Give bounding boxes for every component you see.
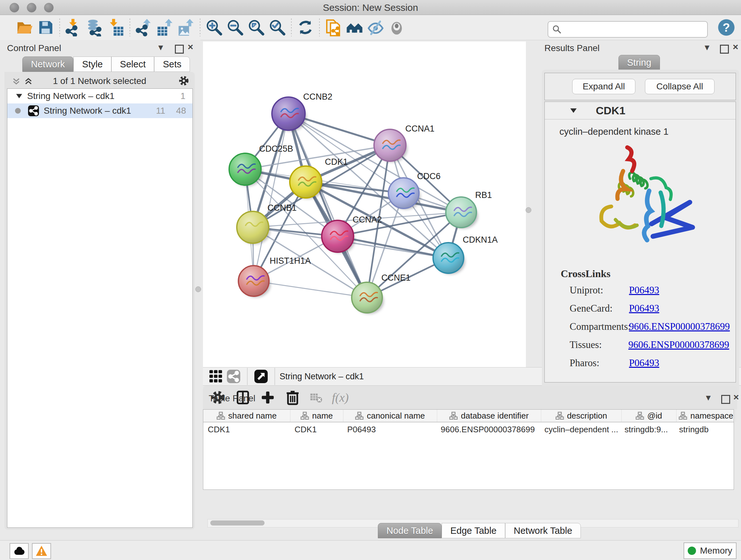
column-header--id[interactable]: @id <box>622 410 677 422</box>
search-input[interactable] <box>564 24 707 35</box>
grid-view-icon[interactable] <box>209 369 223 383</box>
open-session-button[interactable] <box>14 17 35 38</box>
crosslink-link[interactable]: P06493 <box>629 357 659 369</box>
birdseye-toggle-icon[interactable] <box>254 369 268 383</box>
string-import-button[interactable] <box>323 17 344 38</box>
tab-network-table[interactable]: Network Table <box>505 523 581 538</box>
node-label-CCNE1: CCNE1 <box>381 273 411 283</box>
node-HIST1H1A[interactable]: HIST1H1A <box>239 256 311 297</box>
scrollbar-thumb[interactable] <box>210 520 265 525</box>
eye-toggle-button[interactable] <box>386 17 407 38</box>
cell-shared-name[interactable]: CDK1 <box>203 425 290 435</box>
crosslink-link[interactable]: 9606.ENSP00000378699 <box>629 321 730 332</box>
function-builder-icon[interactable]: f(x) <box>332 390 349 405</box>
refresh-button[interactable] <box>295 17 316 38</box>
tab-edge-table[interactable]: Edge Table <box>442 523 505 538</box>
cloud-status-button[interactable] <box>10 543 29 559</box>
string-home-button[interactable] <box>344 17 365 38</box>
tab-string[interactable]: String <box>618 55 660 70</box>
network-row[interactable]: String Network – cdk1 11 48 <box>7 104 192 118</box>
cell-database-identifier[interactable]: 9606.ENSP00000378699 <box>436 425 540 435</box>
protein-structure-image <box>574 137 708 255</box>
crosslink-row: Tissues:9606.ENSP00000378699 <box>569 339 729 351</box>
protein-expander-icon[interactable] <box>569 108 577 113</box>
network-badge-icon[interactable] <box>226 369 241 383</box>
node-CCNE1[interactable]: CCNE1 <box>352 273 411 314</box>
column-header-database-identifier[interactable]: database identifier <box>437 410 541 422</box>
import-network-file-button[interactable] <box>63 17 84 38</box>
crosslink-row: Pharos:P06493 <box>569 357 729 369</box>
column-header-shared-name[interactable]: shared name <box>203 410 290 422</box>
tab-node-table[interactable]: Node Table <box>378 523 442 538</box>
export-table-button[interactable] <box>154 17 176 38</box>
tab-style[interactable]: Style <box>73 57 111 72</box>
collection-expander-icon[interactable] <box>16 94 23 99</box>
zoom-fit-button[interactable] <box>246 17 267 38</box>
network-selection-count: 1 of 1 Network selected <box>4 76 195 86</box>
crosslink-link[interactable]: P06493 <box>629 303 659 314</box>
glasses-icon <box>367 18 385 37</box>
node-CDK1[interactable]: CDK1 <box>290 157 348 199</box>
crosslink-link[interactable]: P06493 <box>629 285 659 296</box>
save-session-button[interactable] <box>35 17 56 38</box>
warnings-button[interactable] <box>32 543 51 559</box>
collection-count: 1 <box>180 91 185 101</box>
table-row[interactable]: CDK1CDK1P064939606.ENSP00000378699cyclin… <box>203 422 734 436</box>
tab-select[interactable]: Select <box>111 57 154 72</box>
cell-name[interactable]: CDK1 <box>290 425 343 435</box>
maximize-table-icon[interactable] <box>721 395 730 405</box>
export-img-icon <box>177 18 195 37</box>
close-panel-icon[interactable]: × <box>188 42 193 52</box>
cell-namespace[interactable]: stringdb <box>675 425 734 435</box>
export-network-button[interactable] <box>133 17 154 38</box>
left-splitter-grip[interactable] <box>195 287 201 292</box>
network-collection-row[interactable]: String Network – cdk1 1 <box>7 89 192 104</box>
node-CDC25B[interactable]: CDC25B <box>229 144 293 186</box>
column-header-description[interactable]: description <box>541 410 622 422</box>
crosslink-link[interactable]: 9606.ENSP00000378699 <box>628 339 729 351</box>
protein-result-box: CDK1 cyclin–dependent kinase 1 C <box>544 102 736 382</box>
delete-table-icon[interactable] <box>310 391 323 404</box>
node-CDC6[interactable]: CDC6 <box>388 172 441 209</box>
help-button[interactable] <box>718 18 735 37</box>
network-options-gear-icon[interactable] <box>178 75 190 86</box>
memory-button[interactable]: Memory <box>684 543 737 559</box>
close-table-icon[interactable]: × <box>733 392 739 402</box>
node-CCNB1[interactable]: CCNB1 <box>237 203 297 244</box>
tab-network[interactable]: Network <box>22 57 73 72</box>
column-header-canonical-name[interactable]: canonical name <box>343 410 437 422</box>
glasses-toggle-button[interactable] <box>365 17 386 38</box>
float-panel-icon[interactable]: ▾ <box>158 43 163 52</box>
tab-sets[interactable]: Sets <box>154 57 190 72</box>
node-CDKN1A[interactable]: CDKN1A <box>433 235 498 274</box>
node-RB1[interactable]: RB1 <box>446 190 492 229</box>
edge-HIST1H1A-CCNE1[interactable] <box>254 281 367 298</box>
expand-all-button[interactable]: Expand All <box>572 79 635 94</box>
maximize-results-icon[interactable] <box>720 45 729 55</box>
cell-description[interactable]: cyclin–dependent ... <box>540 425 620 435</box>
search-container <box>548 21 708 38</box>
cell--id[interactable]: stringdb:9... <box>620 425 675 435</box>
export-image-button[interactable] <box>176 17 197 38</box>
zoom-selected-button[interactable] <box>267 17 288 38</box>
cell-canonical-name[interactable]: P06493 <box>343 425 436 435</box>
zoom-out-button[interactable] <box>225 17 246 38</box>
close-results-icon[interactable]: × <box>733 42 738 52</box>
column-header-name[interactable]: name <box>290 410 343 422</box>
node-label-CCNA1: CCNA1 <box>405 124 434 133</box>
import-table-icon <box>107 18 125 37</box>
maximize-panel-icon[interactable] <box>175 45 184 55</box>
node-CCNA1[interactable]: CCNA1 <box>374 124 434 162</box>
import-network-database-button[interactable] <box>84 17 105 38</box>
zoom-in-button[interactable] <box>204 17 225 38</box>
import-table-button[interactable] <box>105 17 126 38</box>
float-results-icon[interactable]: ▾ <box>704 43 710 52</box>
table-panel-title: Table Panel <box>209 393 255 403</box>
float-table-icon[interactable]: ▾ <box>706 393 711 402</box>
network-canvas[interactable]: CCNB2CCNA1CDC25BCDK1CDC6RB1CCNB1CCNA2CDK… <box>203 42 526 367</box>
collapse-all-button[interactable]: Collapse All <box>645 79 715 94</box>
column-header-namespace[interactable]: namespace <box>677 410 736 422</box>
delete-column-icon[interactable] <box>285 389 300 406</box>
create-column-icon[interactable] <box>260 389 276 406</box>
protein-section-header[interactable]: CDK1 <box>545 102 736 119</box>
